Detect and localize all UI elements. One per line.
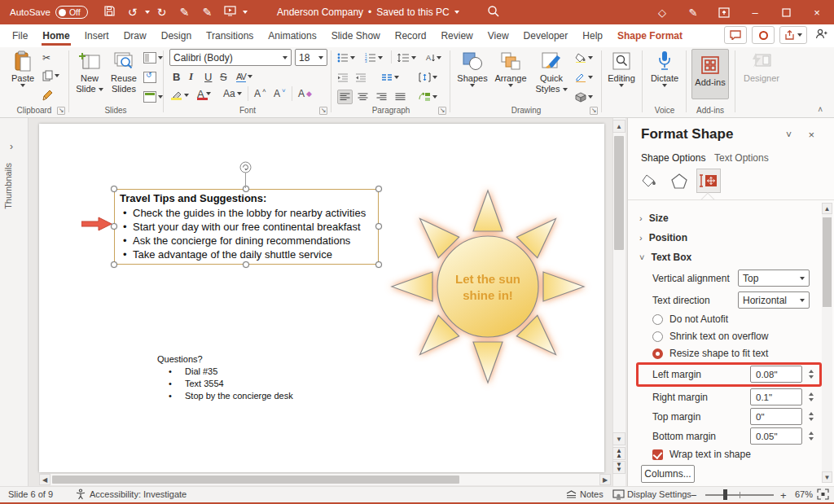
quick-styles-dropdown-icon[interactable]	[563, 88, 568, 91]
line-spacing-button[interactable]	[397, 50, 416, 65]
text-direction-dropdown-icon[interactable]	[437, 56, 441, 59]
handle-bottom-center[interactable]	[243, 261, 249, 268]
smartart-dropdown-icon[interactable]	[432, 95, 437, 99]
slide-textbox-selected[interactable]: Travel Tips and Suggestions: •Check the …	[114, 189, 379, 265]
decrease-font-size-button[interactable]: A˅	[274, 86, 286, 101]
right-margin-input[interactable]: 0.1"	[750, 388, 802, 405]
align-text-dropdown-icon[interactable]	[432, 76, 437, 79]
next-slide-button[interactable]: ▼▼	[612, 461, 626, 474]
radio-resize-shape[interactable]: Resize shape to fit text	[652, 348, 768, 359]
handle-top-left[interactable]	[111, 186, 117, 192]
collapse-ribbon-icon[interactable]: ˄	[818, 105, 823, 114]
clear-formatting-button[interactable]: A◆	[298, 86, 312, 101]
panel-close-icon[interactable]: ×	[808, 129, 814, 141]
horizontal-scrollbar-thumb[interactable]	[52, 476, 459, 484]
title-dropdown-icon[interactable]	[454, 11, 459, 14]
tab-record[interactable]: Record	[388, 26, 434, 46]
panel-scrollbar-thumb[interactable]	[823, 217, 832, 307]
maximize-button[interactable]	[772, 0, 800, 24]
expand-thumbnails-icon[interactable]: ›	[10, 141, 13, 152]
strikethrough-button[interactable]: S	[220, 69, 227, 84]
bold-button[interactable]: B	[173, 69, 180, 84]
share-button[interactable]	[779, 26, 807, 44]
notes-button[interactable]: Notes	[580, 489, 604, 499]
thumbnails-pane-collapsed[interactable]: › Thumbnails	[0, 118, 29, 486]
cut-button[interactable]: ✂	[42, 50, 50, 65]
numbering-dropdown-icon[interactable]	[378, 56, 383, 59]
slide-layout-button[interactable]	[143, 50, 163, 65]
close-button[interactable]: ×	[803, 0, 831, 24]
section-position[interactable]: ›Position	[639, 232, 687, 243]
vertical-alignment-dropdown[interactable]: Top	[738, 270, 810, 287]
paste-dropdown-icon[interactable]	[20, 84, 25, 87]
gem-features-icon[interactable]: ◇	[648, 0, 676, 24]
tab-transitions[interactable]: Transitions	[199, 26, 261, 46]
columns-button[interactable]	[381, 70, 399, 85]
copy-button[interactable]	[42, 68, 59, 83]
dictate-button[interactable]: Dictate	[648, 49, 681, 87]
zoom-slider-thumb[interactable]	[723, 489, 727, 500]
copy-dropdown-icon[interactable]	[55, 74, 59, 77]
clipboard-dialog-launcher-icon[interactable]: ↘	[57, 107, 65, 115]
top-margin-spinner[interactable]	[807, 408, 815, 425]
vertical-scrollbar-thumb[interactable]	[614, 136, 624, 250]
change-case-button[interactable]: Aa	[223, 86, 242, 101]
tab-design[interactable]: Design	[154, 26, 199, 46]
section-button[interactable]	[143, 90, 163, 104]
paste-button[interactable]: Paste	[8, 49, 37, 87]
paragraph-dialog-launcher-icon[interactable]: ↘	[438, 107, 446, 115]
size-properties-icon[interactable]	[696, 169, 721, 193]
display-settings-icon[interactable]	[612, 489, 625, 502]
zoom-in-button[interactable]: +	[780, 489, 787, 502]
editing-button[interactable]: Editing	[605, 49, 638, 87]
scroll-right-icon[interactable]: ▶	[599, 474, 611, 485]
effects-icon[interactable]	[667, 169, 691, 193]
columns-dropdown-icon[interactable]	[394, 76, 399, 79]
tab-help[interactable]: Help	[575, 26, 610, 46]
zoom-level[interactable]: 67%	[795, 489, 813, 499]
panel-scroll-up-icon[interactable]: ▲	[822, 203, 832, 214]
slide-indicator[interactable]: Slide 6 of 9	[8, 489, 53, 499]
font-color-dropdown-icon[interactable]	[206, 92, 211, 95]
section-textbox[interactable]: ˅Text Box	[639, 252, 691, 263]
bottom-margin-input[interactable]: 0.05"	[750, 427, 802, 445]
tab-view[interactable]: View	[481, 26, 516, 46]
line-spacing-dropdown-icon[interactable]	[411, 56, 416, 59]
scroll-down-icon[interactable]: ▼	[612, 432, 626, 445]
minimize-button[interactable]: –	[741, 0, 769, 24]
italic-button[interactable]: I	[189, 69, 193, 84]
reset-slide-button[interactable]: ↺	[143, 70, 156, 85]
font-size-combo[interactable]: 18	[295, 49, 327, 66]
font-dialog-launcher-icon[interactable]: ↘	[319, 107, 327, 115]
char-spacing-dropdown-icon[interactable]	[248, 75, 252, 78]
font-name-combo[interactable]: Calibri (Body)	[169, 49, 292, 66]
comments-button[interactable]	[724, 26, 747, 44]
align-left-button[interactable]	[337, 90, 353, 104]
designer-button[interactable]: Designer	[741, 49, 782, 84]
copilot-pen-icon[interactable]: ✎	[679, 0, 707, 24]
wrap-text-checkbox[interactable]: Wrap text in shape	[652, 449, 751, 460]
shape-fill-dropdown-icon[interactable]	[588, 56, 593, 59]
new-slide-button[interactable]: New Slide	[73, 49, 106, 94]
scroll-up-icon[interactable]: ▲	[612, 120, 626, 133]
section-size[interactable]: ›Size	[639, 213, 669, 224]
new-slide-dropdown-icon[interactable]	[99, 88, 103, 91]
editing-dropdown-icon[interactable]	[619, 84, 624, 87]
autosave-toggle[interactable]: AutoSave Off	[10, 6, 88, 19]
numbering-button[interactable]: 123	[365, 50, 383, 65]
start-slideshow-icon[interactable]	[220, 6, 241, 19]
right-margin-spinner[interactable]	[807, 388, 815, 405]
rotate-handle-icon[interactable]	[239, 161, 252, 173]
format-painter-button[interactable]	[42, 88, 54, 103]
accessibility-status[interactable]: Accessibility: Investigate	[90, 489, 187, 499]
character-spacing-button[interactable]: AV	[236, 69, 252, 84]
tab-review[interactable]: Review	[433, 26, 480, 46]
notes-icon[interactable]	[565, 489, 577, 501]
search-icon[interactable]	[487, 5, 500, 20]
document-title[interactable]: Anderson Company • Saved to this PC	[277, 0, 459, 24]
shape-effects-button[interactable]	[575, 90, 593, 104]
underline-button[interactable]: U	[204, 69, 212, 84]
top-margin-input[interactable]: 0"	[750, 408, 802, 425]
undo-icon[interactable]: ↺	[122, 6, 143, 19]
panel-collapse-icon[interactable]: ˅	[786, 129, 792, 141]
